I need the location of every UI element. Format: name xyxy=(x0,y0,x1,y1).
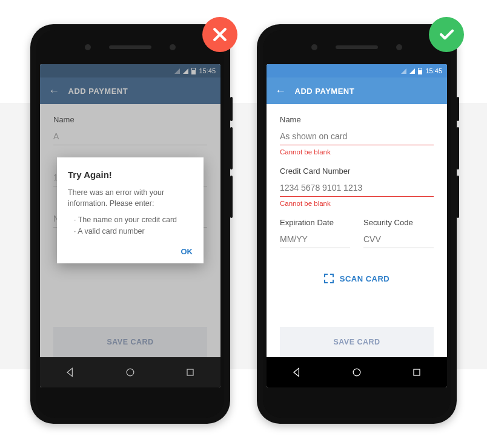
svg-rect-3 xyxy=(414,369,420,375)
cc-label: Credit Card Number xyxy=(280,166,434,176)
name-error: Cannot be blank xyxy=(280,148,434,156)
status-time: 15:45 xyxy=(425,67,442,74)
cc-error: Cannot be blank xyxy=(280,200,434,207)
x-icon xyxy=(211,25,229,44)
name-field: Name Cannot be blank xyxy=(280,115,434,156)
phone-bezel-bottom xyxy=(36,387,224,418)
phone-side-button xyxy=(457,176,459,218)
battery-icon xyxy=(418,68,422,74)
dialog-message: There was an error with your information… xyxy=(68,187,193,210)
dialog-list-item: The name on your credit card xyxy=(74,214,193,226)
signal-icon xyxy=(409,68,415,74)
phone-side-button xyxy=(230,97,233,121)
cvv-input[interactable] xyxy=(363,232,434,248)
badge-correct xyxy=(429,17,464,52)
cvv-label: Security Code xyxy=(363,218,434,227)
exp-input[interactable] xyxy=(280,232,350,248)
dialog-list-item: A valid card number xyxy=(74,226,193,237)
scan-card-label: SCAN CARD xyxy=(340,274,390,283)
phone-side-button xyxy=(457,97,459,121)
nav-recent-icon[interactable] xyxy=(411,366,423,378)
phone-bezel-bottom xyxy=(263,387,451,418)
scan-card-button[interactable]: SCAN CARD xyxy=(280,274,434,283)
cc-field: Credit Card Number Cannot be blank xyxy=(280,166,434,207)
badge-wrong xyxy=(202,17,237,52)
check-icon xyxy=(437,25,456,44)
screen-title: ADD PAYMENT xyxy=(295,87,355,96)
phone-side-button xyxy=(230,127,233,170)
dialog-ok-button[interactable]: OK xyxy=(68,246,193,258)
scan-corners-icon xyxy=(324,274,334,283)
phone-bezel-top xyxy=(263,30,451,64)
error-dialog: Try Again! There was an error with your … xyxy=(57,157,204,263)
dialog-title: Try Again! xyxy=(68,168,193,182)
phone-side-button xyxy=(230,176,233,218)
back-arrow-icon[interactable]: ← xyxy=(275,85,287,96)
name-input[interactable] xyxy=(280,129,434,145)
phone-side-button xyxy=(457,127,459,170)
phone-bezel-top xyxy=(36,30,224,64)
status-bar: 15:45 xyxy=(267,64,447,77)
svg-point-2 xyxy=(353,369,360,376)
dialog-list: The name on your credit card A valid car… xyxy=(68,214,193,237)
exp-label: Expiration Date xyxy=(280,218,350,227)
app-header: ← ADD PAYMENT xyxy=(267,77,447,104)
cvv-field: Security Code xyxy=(363,218,434,248)
android-nav-bar xyxy=(267,357,447,387)
signal-empty-icon xyxy=(401,68,406,74)
exp-field: Expiration Date xyxy=(280,218,350,248)
phone-good-example: 15:45 ← ADD PAYMENT Name Cannot be blank xyxy=(257,24,457,424)
cc-input[interactable] xyxy=(280,180,434,197)
phone-bad-example: 15:45 ← ADD PAYMENT Name Credit Card Num… xyxy=(30,24,230,424)
nav-back-icon[interactable] xyxy=(291,366,303,378)
save-card-button[interactable]: SAVE CARD xyxy=(280,327,434,357)
name-label: Name xyxy=(280,115,434,124)
nav-home-icon[interactable] xyxy=(351,366,363,378)
